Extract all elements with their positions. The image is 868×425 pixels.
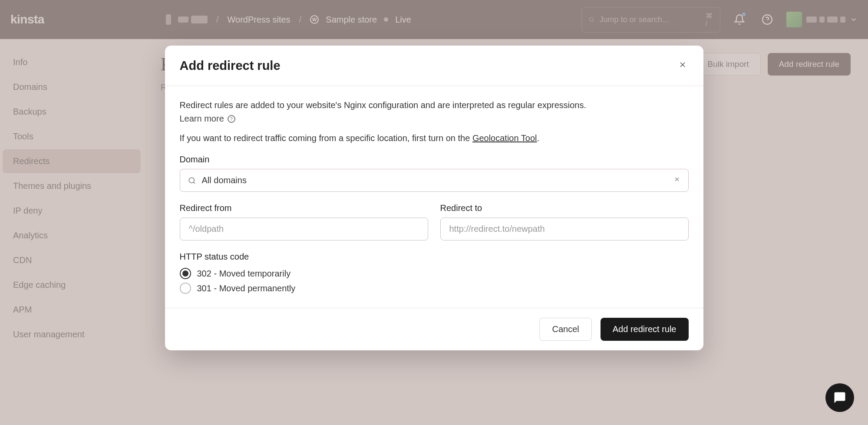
learn-more-label: Learn more [180,114,224,124]
chat-button[interactable] [825,383,854,412]
redirect-to-group: Redirect to [440,203,689,241]
geo-tool-link[interactable]: Geolocation Tool [472,133,537,143]
redirect-to-input[interactable] [440,217,689,241]
close-icon [678,60,687,69]
add-redirect-modal: Add redirect rule Redirect rules are add… [165,46,703,350]
modal-title: Add redirect rule [180,59,281,73]
status-code-group: HTTP status code 302 - Moved temporarily… [180,252,689,296]
redirect-to-label: Redirect to [440,203,689,213]
modal-header: Add redirect rule [165,46,703,86]
svg-line-7 [193,182,195,183]
domain-select[interactable]: All domains [180,169,689,192]
radio-icon-unchecked [180,283,191,294]
modal-footer: Cancel Add redirect rule [165,308,703,350]
modal-overlay[interactable]: Add redirect rule Redirect rules are add… [0,0,868,425]
redirect-row: Redirect from Redirect to [180,203,689,241]
submit-button[interactable]: Add redirect rule [601,318,689,341]
svg-point-6 [189,178,194,183]
cancel-button[interactable]: Cancel [539,318,591,341]
radio-301[interactable]: 301 - Moved permanently [180,281,689,296]
geo-suffix: . [537,133,540,143]
geo-prefix: If you want to redirect traffic coming f… [180,133,472,143]
domain-label: Domain [180,155,689,165]
learn-more-link[interactable]: Learn more ? [180,114,235,124]
domain-value: All domains [202,175,667,185]
search-icon [188,177,196,184]
domain-group: Domain All domains [180,155,689,192]
modal-body: Redirect rules are added to your website… [165,86,703,308]
close-icon [673,176,680,183]
status-code-label: HTTP status code [180,252,689,262]
status-radio-group: 302 - Moved temporarily 301 - Moved perm… [180,266,689,296]
redirect-from-group: Redirect from [180,203,428,241]
redirect-from-input[interactable] [180,217,428,241]
redirect-from-label: Redirect from [180,203,428,213]
close-button[interactable] [677,58,689,73]
radio-icon-checked [180,268,191,279]
radio-301-label: 301 - Moved permanently [197,283,296,293]
intro-text: Redirect rules are added to your website… [180,98,689,112]
geo-text: If you want to redirect traffic coming f… [180,133,689,143]
radio-302[interactable]: 302 - Moved temporarily [180,266,689,281]
radio-302-label: 302 - Moved temporarily [197,269,291,279]
info-icon: ? [228,115,235,123]
chat-icon [833,391,846,404]
clear-domain-button[interactable] [673,176,680,185]
